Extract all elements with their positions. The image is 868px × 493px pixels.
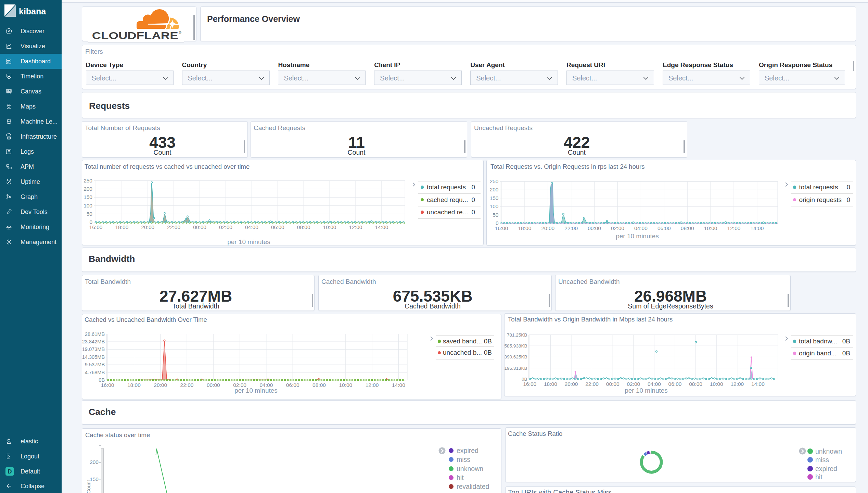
svg-text:250: 250: [84, 178, 92, 184]
svg-text:20:00: 20:00: [141, 224, 154, 230]
svg-text:4.768MB: 4.768MB: [85, 370, 105, 375]
svg-text:20:00: 20:00: [541, 225, 554, 231]
svg-text:12:00: 12:00: [727, 225, 741, 231]
svg-text:10:00: 10:00: [704, 225, 717, 231]
svg-text:28.61MB: 28.61MB: [85, 331, 105, 337]
svg-text:08:00: 08:00: [312, 382, 326, 388]
svg-text:16:00: 16:00: [101, 382, 114, 388]
svg-text:16:00: 16:00: [89, 224, 103, 230]
svg-text:08:00: 08:00: [681, 225, 694, 231]
svg-text:10:00: 10:00: [323, 224, 336, 230]
svg-text:23.842MB: 23.842MB: [82, 339, 105, 344]
svg-text:02:00: 02:00: [611, 225, 624, 231]
svg-text:50: 50: [493, 212, 499, 218]
svg-text:200: 200: [84, 186, 92, 192]
svg-text:08:00: 08:00: [689, 381, 702, 387]
svg-text:16:00: 16:00: [495, 225, 508, 231]
svg-text:50: 50: [87, 211, 93, 217]
svg-text:585.938KB: 585.938KB: [505, 343, 527, 349]
svg-text:12:00: 12:00: [366, 382, 379, 388]
svg-text:12:00: 12:00: [730, 381, 744, 387]
svg-text:04:00: 04:00: [245, 224, 258, 230]
svg-text:195.313KB: 195.313KB: [505, 366, 527, 371]
svg-text:22:00: 22:00: [167, 224, 180, 230]
svg-text:14:00: 14:00: [751, 381, 765, 387]
svg-text:200: 200: [490, 187, 499, 192]
svg-text:00:00: 00:00: [207, 382, 220, 388]
svg-text:06:00: 06:00: [271, 224, 284, 230]
svg-text:150: 150: [490, 195, 499, 201]
svg-text:9.537MB: 9.537MB: [85, 362, 105, 367]
svg-text:06:00: 06:00: [668, 381, 682, 387]
svg-text:04:00: 04:00: [634, 225, 648, 231]
svg-text:22:00: 22:00: [180, 382, 194, 388]
svg-text:00:00: 00:00: [193, 224, 206, 230]
svg-text:®: ®: [179, 31, 182, 35]
svg-text:08:00: 08:00: [297, 224, 310, 230]
svg-text:18:00: 18:00: [544, 381, 557, 387]
svg-text:390.625KB: 390.625KB: [505, 354, 527, 359]
svg-text:02:00: 02:00: [219, 224, 232, 230]
svg-text:14.305MB: 14.305MB: [82, 354, 105, 360]
svg-text:100: 100: [84, 203, 92, 208]
svg-text:00:00: 00:00: [588, 225, 601, 231]
svg-text:250: 250: [490, 178, 499, 184]
svg-text:22:00: 22:00: [564, 225, 578, 231]
svg-text:02:00: 02:00: [627, 381, 640, 387]
svg-text:10:00: 10:00: [339, 382, 352, 388]
svg-text:200: 200: [90, 459, 99, 465]
svg-text:10:00: 10:00: [710, 381, 723, 387]
svg-text:22:00: 22:00: [585, 381, 599, 387]
svg-text:04:00: 04:00: [648, 381, 661, 387]
svg-text:18:00: 18:00: [115, 224, 129, 230]
svg-text:18:00: 18:00: [518, 225, 532, 231]
svg-text:150: 150: [84, 194, 92, 200]
svg-text:12:00: 12:00: [349, 224, 362, 230]
svg-text:CLOUDFLARE: CLOUDFLARE: [92, 30, 178, 41]
svg-text:20:00: 20:00: [154, 382, 167, 388]
svg-text:14:00: 14:00: [375, 224, 388, 230]
svg-text:19.073MB: 19.073MB: [82, 346, 105, 352]
svg-text:06:00: 06:00: [286, 382, 299, 388]
svg-text:18:00: 18:00: [127, 382, 141, 388]
svg-text:14:00: 14:00: [751, 225, 764, 231]
svg-text:16:00: 16:00: [523, 381, 536, 387]
svg-text:06:00: 06:00: [658, 225, 671, 231]
svg-text:20:00: 20:00: [565, 381, 578, 387]
svg-text:14:00: 14:00: [392, 382, 405, 388]
svg-text:00:00: 00:00: [606, 381, 620, 387]
svg-text:781.25KB: 781.25KB: [507, 332, 527, 338]
svg-text:100: 100: [490, 203, 499, 209]
